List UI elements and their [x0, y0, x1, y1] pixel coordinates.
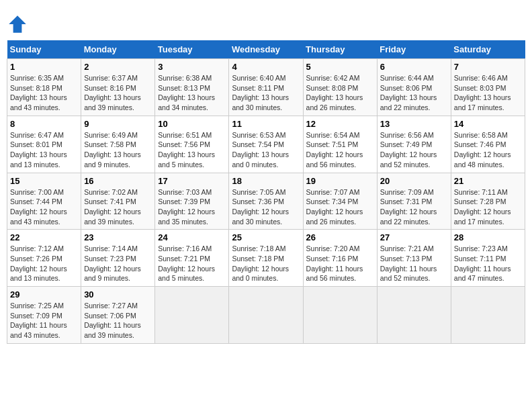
day-number: 26 — [306, 232, 374, 242]
calendar-cell: 15Sunrise: 7:00 AM Sunset: 7:44 PM Dayli… — [7, 173, 81, 230]
day-info: Sunrise: 6:53 AM Sunset: 7:54 PM Dayligh… — [232, 130, 300, 170]
calendar-cell: 21Sunrise: 7:11 AM Sunset: 7:28 PM Dayli… — [451, 173, 525, 230]
calendar-cell — [377, 287, 451, 344]
calendar-cell — [229, 287, 303, 344]
day-number: 29 — [10, 289, 78, 300]
day-number: 2 — [84, 62, 152, 72]
dow-header: Friday — [377, 40, 451, 59]
day-info: Sunrise: 6:54 AM Sunset: 7:51 PM Dayligh… — [306, 130, 374, 170]
day-number: 10 — [158, 119, 226, 129]
dow-header: Tuesday — [155, 40, 229, 59]
day-info: Sunrise: 6:49 AM Sunset: 7:58 PM Dayligh… — [84, 130, 152, 170]
dow-header: Wednesday — [229, 40, 303, 59]
day-number: 25 — [232, 232, 300, 242]
calendar-cell: 6Sunrise: 6:44 AM Sunset: 8:06 PM Daylig… — [377, 59, 451, 116]
calendar-cell: 22Sunrise: 7:12 AM Sunset: 7:26 PM Dayli… — [7, 230, 81, 287]
calendar-cell: 14Sunrise: 6:58 AM Sunset: 7:46 PM Dayli… — [451, 116, 525, 173]
calendar-cell: 12Sunrise: 6:54 AM Sunset: 7:51 PM Dayli… — [303, 116, 377, 173]
days-of-week-row: SundayMondayTuesdayWednesdayThursdayFrid… — [7, 40, 525, 59]
day-number: 16 — [84, 176, 152, 186]
calendar-cell — [303, 287, 377, 344]
day-number: 8 — [10, 119, 78, 129]
day-info: Sunrise: 7:16 AM Sunset: 7:21 PM Dayligh… — [158, 244, 226, 283]
day-info: Sunrise: 6:44 AM Sunset: 8:06 PM Dayligh… — [380, 73, 448, 113]
calendar-cell: 24Sunrise: 7:16 AM Sunset: 7:21 PM Dayli… — [155, 230, 229, 287]
day-number: 1 — [10, 62, 78, 72]
calendar-cell: 3Sunrise: 6:38 AM Sunset: 8:13 PM Daylig… — [155, 59, 229, 116]
calendar-cell: 16Sunrise: 7:02 AM Sunset: 7:41 PM Dayli… — [81, 173, 155, 230]
logo — [7, 13, 30, 35]
day-number: 20 — [380, 176, 448, 186]
calendar-cell — [155, 287, 229, 344]
calendar-cell: 17Sunrise: 7:03 AM Sunset: 7:39 PM Dayli… — [155, 173, 229, 230]
calendar-cell: 18Sunrise: 7:05 AM Sunset: 7:36 PM Dayli… — [229, 173, 303, 230]
day-info: Sunrise: 6:37 AM Sunset: 8:16 PM Dayligh… — [84, 73, 152, 113]
day-number: 11 — [232, 119, 300, 129]
day-number: 15 — [10, 176, 78, 186]
day-info: Sunrise: 6:46 AM Sunset: 8:03 PM Dayligh… — [454, 73, 522, 113]
calendar-cell: 25Sunrise: 7:18 AM Sunset: 7:18 PM Dayli… — [229, 230, 303, 287]
day-number: 9 — [84, 119, 152, 129]
day-number: 17 — [158, 176, 226, 186]
calendar-table: SundayMondayTuesdayWednesdayThursdayFrid… — [7, 40, 525, 344]
day-info: Sunrise: 6:35 AM Sunset: 8:18 PM Dayligh… — [10, 73, 78, 113]
day-info: Sunrise: 7:11 AM Sunset: 7:28 PM Dayligh… — [454, 187, 522, 227]
calendar-week-row: 15Sunrise: 7:00 AM Sunset: 7:44 PM Dayli… — [7, 173, 525, 230]
day-number: 18 — [232, 176, 300, 186]
calendar-cell: 10Sunrise: 6:51 AM Sunset: 7:56 PM Dayli… — [155, 116, 229, 173]
calendar-week-row: 8Sunrise: 6:47 AM Sunset: 8:01 PM Daylig… — [7, 116, 525, 173]
calendar-cell: 8Sunrise: 6:47 AM Sunset: 8:01 PM Daylig… — [7, 116, 81, 173]
day-number: 12 — [306, 119, 374, 129]
day-number: 27 — [380, 232, 448, 242]
day-info: Sunrise: 7:03 AM Sunset: 7:39 PM Dayligh… — [158, 187, 226, 227]
calendar-cell: 20Sunrise: 7:09 AM Sunset: 7:31 PM Dayli… — [377, 173, 451, 230]
day-info: Sunrise: 7:27 AM Sunset: 7:06 PM Dayligh… — [84, 301, 152, 340]
day-number: 3 — [158, 62, 226, 72]
calendar-cell: 26Sunrise: 7:20 AM Sunset: 7:16 PM Dayli… — [303, 230, 377, 287]
day-number: 30 — [84, 289, 152, 300]
day-info: Sunrise: 6:58 AM Sunset: 7:46 PM Dayligh… — [454, 130, 522, 170]
day-number: 5 — [306, 62, 374, 72]
day-number: 19 — [306, 176, 374, 186]
day-number: 6 — [380, 62, 448, 72]
calendar-cell: 27Sunrise: 7:21 AM Sunset: 7:13 PM Dayli… — [377, 230, 451, 287]
day-info: Sunrise: 6:40 AM Sunset: 8:11 PM Dayligh… — [232, 73, 300, 113]
day-info: Sunrise: 6:47 AM Sunset: 8:01 PM Dayligh… — [10, 130, 78, 170]
day-info: Sunrise: 6:38 AM Sunset: 8:13 PM Dayligh… — [158, 73, 226, 113]
day-info: Sunrise: 6:56 AM Sunset: 7:49 PM Dayligh… — [380, 130, 448, 170]
day-number: 14 — [454, 119, 522, 129]
day-number: 24 — [158, 232, 226, 242]
calendar-week-row: 22Sunrise: 7:12 AM Sunset: 7:26 PM Dayli… — [7, 230, 525, 287]
calendar-cell — [451, 287, 525, 344]
calendar-cell: 9Sunrise: 6:49 AM Sunset: 7:58 PM Daylig… — [81, 116, 155, 173]
day-info: Sunrise: 7:20 AM Sunset: 7:16 PM Dayligh… — [306, 244, 374, 283]
calendar-cell: 13Sunrise: 6:56 AM Sunset: 7:49 PM Dayli… — [377, 116, 451, 173]
day-number: 22 — [10, 232, 78, 242]
day-number: 21 — [454, 176, 522, 186]
calendar-cell: 7Sunrise: 6:46 AM Sunset: 8:03 PM Daylig… — [451, 59, 525, 116]
calendar-cell: 29Sunrise: 7:25 AM Sunset: 7:09 PM Dayli… — [7, 287, 81, 344]
dow-header: Saturday — [451, 40, 525, 59]
day-info: Sunrise: 7:09 AM Sunset: 7:31 PM Dayligh… — [380, 187, 448, 227]
day-info: Sunrise: 7:02 AM Sunset: 7:41 PM Dayligh… — [84, 187, 152, 227]
day-info: Sunrise: 7:23 AM Sunset: 7:11 PM Dayligh… — [454, 244, 522, 283]
day-info: Sunrise: 7:14 AM Sunset: 7:23 PM Dayligh… — [84, 244, 152, 283]
calendar-cell: 30Sunrise: 7:27 AM Sunset: 7:06 PM Dayli… — [81, 287, 155, 344]
dow-header: Monday — [81, 40, 155, 59]
day-number: 7 — [454, 62, 522, 72]
page-header — [7, 7, 525, 35]
day-info: Sunrise: 6:42 AM Sunset: 8:08 PM Dayligh… — [306, 73, 374, 113]
calendar-cell: 28Sunrise: 7:23 AM Sunset: 7:11 PM Dayli… — [451, 230, 525, 287]
calendar-cell: 2Sunrise: 6:37 AM Sunset: 8:16 PM Daylig… — [81, 59, 155, 116]
day-info: Sunrise: 7:18 AM Sunset: 7:18 PM Dayligh… — [232, 244, 300, 283]
day-number: 13 — [380, 119, 448, 129]
day-info: Sunrise: 6:51 AM Sunset: 7:56 PM Dayligh… — [158, 130, 226, 170]
calendar-cell: 5Sunrise: 6:42 AM Sunset: 8:08 PM Daylig… — [303, 59, 377, 116]
calendar-cell: 1Sunrise: 6:35 AM Sunset: 8:18 PM Daylig… — [7, 59, 81, 116]
calendar-cell: 11Sunrise: 6:53 AM Sunset: 7:54 PM Dayli… — [229, 116, 303, 173]
day-info: Sunrise: 7:25 AM Sunset: 7:09 PM Dayligh… — [10, 301, 78, 340]
svg-marker-0 — [9, 15, 26, 33]
calendar-cell: 23Sunrise: 7:14 AM Sunset: 7:23 PM Dayli… — [81, 230, 155, 287]
day-number: 23 — [84, 232, 152, 242]
day-info: Sunrise: 7:12 AM Sunset: 7:26 PM Dayligh… — [10, 244, 78, 283]
